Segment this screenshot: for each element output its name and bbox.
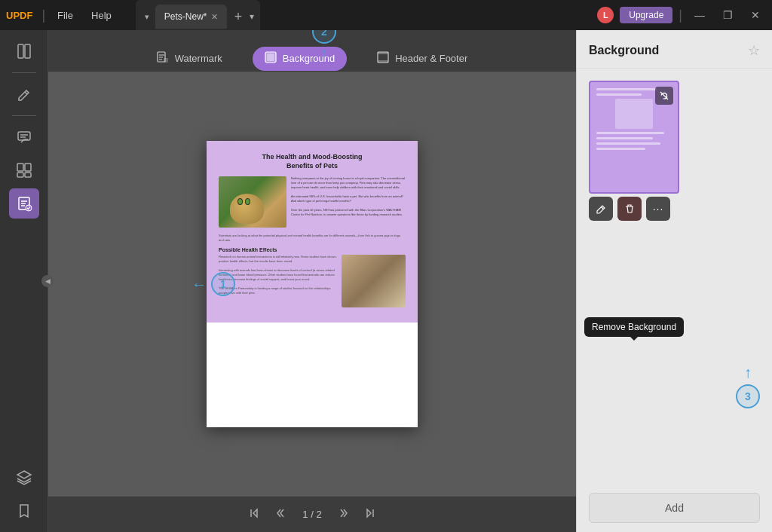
toolbar: 2 ↑ Watermark xyxy=(48,30,576,72)
sidebar-icon-watermark[interactable] xyxy=(9,188,39,219)
title-bar: UPDF | File Help ▾ Pets-New* × + ▾ L Upg… xyxy=(0,0,772,30)
toolbar-background[interactable]: Background xyxy=(253,47,347,71)
step1-arrow: ← xyxy=(191,276,207,293)
svg-rect-12 xyxy=(164,58,168,63)
add-background-button[interactable]: Add xyxy=(589,493,760,523)
pdf-title: The Health and Mood-Boosting Benefits of… xyxy=(219,153,406,170)
watermark-icon xyxy=(157,51,169,66)
svg-rect-16 xyxy=(378,52,388,54)
pagination: 1 / 2 xyxy=(48,496,576,532)
cat-image xyxy=(219,176,286,228)
svg-rect-7 xyxy=(17,173,23,177)
step3-circle: 3 xyxy=(736,384,760,408)
pdf-text-top: Nothing compares to the joy of coming ho… xyxy=(291,176,406,228)
watermark-label: Watermark xyxy=(175,53,222,64)
step2-circle: 2 xyxy=(312,30,336,44)
tab-dropdown-arrow[interactable]: ▾ xyxy=(142,11,152,23)
divider: | xyxy=(41,8,45,23)
sidebar-collapse-arrow[interactable]: ◀ xyxy=(41,275,54,287)
sidebar-icon-edit[interactable] xyxy=(9,79,39,109)
tab-title: Pets-New* xyxy=(164,11,207,22)
pdf-bottom-section: Research on human-animal interactions is… xyxy=(219,255,406,310)
right-panel: Background ☆ xyxy=(576,30,772,532)
prev-fast-button[interactable] xyxy=(271,505,290,524)
sidebar-icon-layers[interactable] xyxy=(9,463,39,493)
background-icon xyxy=(265,51,277,66)
divider2: | xyxy=(679,8,682,23)
pdf-canvas: ← 1 The Health and Mood-Boosting Benefit… xyxy=(48,72,576,496)
delete-background-button[interactable] xyxy=(617,197,642,221)
first-page-button[interactable] xyxy=(245,505,265,524)
step3-annotation: ↑ 3 xyxy=(736,364,760,408)
tab-list-chevron[interactable]: ▾ xyxy=(250,11,254,22)
minimize-button[interactable]: — xyxy=(688,8,711,23)
add-tab-button[interactable]: + xyxy=(230,9,247,25)
tab-close-button[interactable]: × xyxy=(211,11,217,23)
next-fast-button[interactable] xyxy=(334,505,354,524)
tab-pets-new[interactable]: Pets-New* × xyxy=(155,5,227,29)
bg-thumbnail xyxy=(589,81,679,194)
right-panel-header: Background ☆ xyxy=(577,30,772,69)
page-info: 1 / 2 xyxy=(296,509,327,520)
pdf-page-inner: The Health and Mood-Boosting Benefits of… xyxy=(207,141,418,323)
pdf-section-title: Possible Health Effects xyxy=(219,247,406,252)
svg-rect-0 xyxy=(18,44,23,58)
svg-rect-8 xyxy=(25,173,31,177)
sidebar-icon-pages[interactable] xyxy=(9,155,39,185)
sidebar-icon-comment[interactable] xyxy=(9,122,39,152)
pdf-text-middle: Scientists are looking at what the poten… xyxy=(219,234,406,242)
toggle-visibility-icon[interactable] xyxy=(655,87,673,105)
toolbar-watermark[interactable]: Watermark xyxy=(145,47,234,71)
left-sidebar: ◀ xyxy=(0,30,48,532)
svg-rect-17 xyxy=(378,60,388,63)
svg-rect-14 xyxy=(267,54,274,61)
svg-rect-5 xyxy=(17,164,23,171)
bg-thumbnail-wrapper: ··· xyxy=(589,81,760,221)
sidebar-divider-1 xyxy=(12,72,36,73)
remove-background-tooltip: Remove Background xyxy=(584,317,684,337)
favorite-star-icon[interactable]: ☆ xyxy=(748,42,760,59)
pdf-page: The Health and Mood-Boosting Benefits of… xyxy=(207,141,418,427)
menu-help[interactable]: Help xyxy=(85,8,118,23)
bg-thumb-actions: ··· xyxy=(589,197,760,221)
last-page-button[interactable] xyxy=(360,505,379,524)
sidebar-bottom xyxy=(9,463,39,526)
main-layout: ◀ 2 ↑ xyxy=(0,30,772,532)
svg-rect-6 xyxy=(25,164,31,171)
pdf-content-top: Nothing compares to the joy of coming ho… xyxy=(219,176,406,228)
app-logo: UPDF xyxy=(6,10,32,21)
more-options-button[interactable]: ··· xyxy=(646,197,670,221)
title-bar-right: L Upgrade | — ❐ ✕ xyxy=(597,7,766,23)
center-content: 2 ↑ Watermark xyxy=(48,30,576,532)
dog-image xyxy=(342,255,406,307)
menu-file[interactable]: File xyxy=(51,8,79,23)
close-button[interactable]: ✕ xyxy=(745,8,766,23)
tab-area: ▾ Pets-New* × + ▾ xyxy=(136,0,260,30)
toolbar-header-footer[interactable]: Header & Footer xyxy=(365,47,479,71)
background-label: Background xyxy=(283,53,335,64)
sidebar-icon-reader[interactable] xyxy=(9,36,39,66)
step1-circle: 1 xyxy=(211,272,235,296)
upgrade-button[interactable]: Upgrade xyxy=(620,7,672,23)
maximize-button[interactable]: ❐ xyxy=(717,8,739,23)
edit-background-button[interactable] xyxy=(589,197,613,221)
sidebar-divider-2 xyxy=(12,115,36,116)
right-panel-title: Background xyxy=(589,44,659,57)
header-footer-label: Header & Footer xyxy=(395,53,467,64)
svg-rect-1 xyxy=(25,44,30,58)
user-avatar: L xyxy=(597,7,614,23)
header-footer-icon xyxy=(377,51,389,66)
sidebar-icon-bookmark[interactable] xyxy=(9,496,39,526)
bg-thumb-img-placeholder xyxy=(615,99,653,129)
bg-thumbnail-area: ··· Remove Background ↑ 3 xyxy=(577,69,772,484)
